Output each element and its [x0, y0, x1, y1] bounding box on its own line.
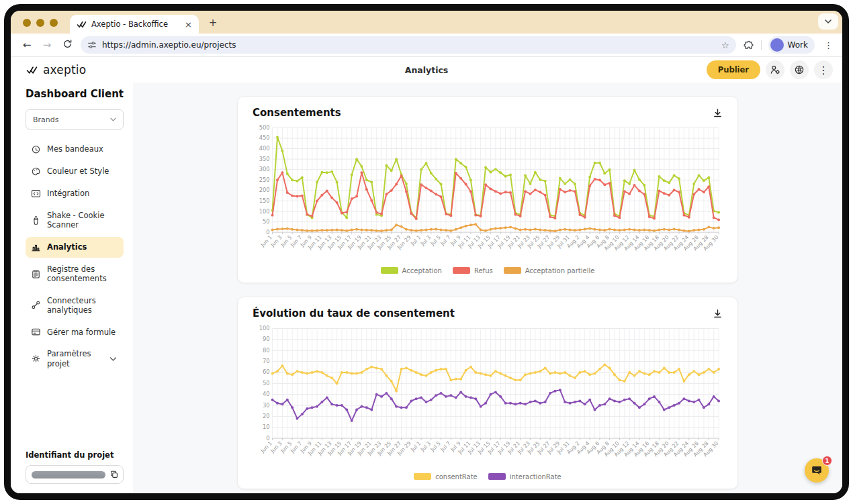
- svg-text:80: 80: [263, 347, 270, 354]
- legend-item[interactable]: interactionRate: [488, 473, 562, 481]
- tab-strip: Axeptio - Backoffice × +: [11, 11, 842, 34]
- svg-text:200: 200: [259, 187, 270, 193]
- address-bar[interactable]: https://admin.axeptio.eu/projects ☆: [81, 36, 736, 54]
- sidebar-item-label: Paramètres projet: [47, 349, 102, 368]
- svg-text:500: 500: [259, 124, 270, 131]
- svg-text:70: 70: [263, 358, 270, 364]
- svg-text:150: 150: [259, 197, 270, 204]
- bar-chart-icon: [31, 242, 41, 252]
- minimize-window-button[interactable]: [36, 19, 44, 27]
- tab-search-button[interactable]: [818, 13, 838, 30]
- clock-icon: [31, 144, 41, 154]
- logo-text: axeptio: [43, 63, 86, 77]
- close-window-button[interactable]: [23, 19, 31, 27]
- app-header: axeptio Analytics Publier ⋮: [11, 57, 842, 83]
- legend-swatch: [453, 267, 470, 274]
- browser-tab[interactable]: Axeptio - Backoffice ×: [70, 15, 199, 34]
- profile-chip[interactable]: Work: [768, 36, 815, 54]
- publish-button[interactable]: Publier: [707, 60, 760, 79]
- project-id-field[interactable]: [26, 465, 124, 484]
- brands-select[interactable]: Brands: [26, 109, 124, 130]
- svg-text:450: 450: [259, 134, 270, 141]
- site-info-icon[interactable]: [87, 40, 97, 50]
- extensions-puzzle-icon[interactable]: [743, 40, 754, 51]
- legend-item[interactable]: Refus: [453, 267, 493, 274]
- svg-text:40: 40: [263, 391, 270, 397]
- copy-icon[interactable]: [109, 470, 119, 479]
- register-icon: [31, 269, 41, 279]
- tab-close-icon[interactable]: ×: [183, 19, 193, 30]
- legend-item[interactable]: Acceptation partielle: [504, 267, 595, 274]
- sidebar-item-parametres-projet[interactable]: Paramètres projet: [26, 344, 124, 374]
- svg-text:50: 50: [263, 218, 270, 225]
- new-tab-button[interactable]: +: [206, 17, 220, 29]
- chat-launcher[interactable]: 1: [805, 458, 829, 483]
- user-gear-icon[interactable]: [766, 60, 784, 79]
- sidebar: Dashboard Client Brands Mes bandeaux Cou…: [11, 83, 133, 493]
- download-icon[interactable]: [713, 309, 723, 319]
- zoom-window-button[interactable]: [50, 19, 58, 27]
- sidebar-item-label: Analytics: [47, 242, 87, 252]
- back-icon[interactable]: ←: [20, 39, 34, 51]
- legend-item[interactable]: Acceptation: [381, 267, 442, 274]
- chevron-down-icon: [108, 357, 118, 361]
- chart-title: Évolution du taux de consentement: [253, 307, 455, 319]
- svg-text:90: 90: [263, 336, 270, 342]
- sidebar-item-label: Mes bandeaux: [47, 144, 103, 154]
- traffic-lights[interactable]: [23, 19, 58, 27]
- double-check-favicon: [77, 20, 87, 29]
- svg-text:50: 50: [263, 380, 270, 387]
- svg-text:0: 0: [266, 229, 269, 236]
- sidebar-item-integration[interactable]: Intégration: [26, 183, 124, 204]
- axeptio-logo[interactable]: axeptio: [26, 63, 86, 77]
- reload-icon[interactable]: [60, 39, 74, 52]
- svg-text:20: 20: [263, 413, 270, 419]
- svg-text:Jul 7: Jul 7: [439, 440, 452, 453]
- sidebar-item-shake-cookie-scanner[interactable]: Shake - Cookie Scanner: [26, 205, 124, 236]
- globe-icon[interactable]: [790, 60, 809, 79]
- sidebar-item-connecteurs-analytiques[interactable]: Connecteurs analytiques: [26, 291, 124, 321]
- palette-icon: [31, 166, 41, 177]
- svg-text:Jul 3: Jul 3: [419, 234, 432, 247]
- sidebar-item-mes-bandeaux[interactable]: Mes bandeaux: [26, 139, 124, 160]
- app-body: Dashboard Client Brands Mes bandeaux Cou…: [11, 83, 842, 493]
- brands-select-value: Brands: [33, 115, 110, 124]
- chat-badge: 1: [822, 456, 832, 466]
- double-check-icon: [26, 65, 39, 75]
- legend-label: Acceptation partielle: [525, 267, 595, 274]
- download-icon[interactable]: [713, 108, 723, 118]
- tab-title: Axeptio - Backoffice: [91, 19, 179, 29]
- sidebar-item-registre-des-consentements[interactable]: Registre des consentements: [26, 259, 124, 289]
- project-id-masked-value: [32, 471, 105, 478]
- svg-text:Jul 5: Jul 5: [429, 440, 442, 453]
- svg-text:100: 100: [259, 325, 270, 332]
- url-text[interactable]: https://admin.axeptio.eu/projects: [102, 40, 716, 50]
- sidebar-item-label: Connecteurs analytiques: [47, 296, 118, 315]
- forward-icon[interactable]: →: [40, 39, 54, 51]
- browser-menu-icon[interactable]: ⋮: [821, 40, 836, 50]
- legend-swatch: [381, 267, 398, 274]
- chart-legend: AcceptationRefusAcceptation partielle: [253, 265, 723, 276]
- svg-text:30: 30: [263, 402, 270, 409]
- browser-window: Axeptio - Backoffice × + ← → https://adm…: [11, 11, 842, 493]
- sidebar-item-gerer-ma-formule[interactable]: Gérer ma formule: [26, 321, 124, 342]
- bookmark-star-icon[interactable]: ☆: [721, 40, 729, 50]
- svg-text:100: 100: [259, 208, 270, 215]
- legend-swatch: [488, 473, 506, 480]
- svg-text:400: 400: [259, 145, 270, 152]
- project-id-label: Identifiant du projet: [26, 450, 124, 460]
- consent-rate-chart-card: Évolution du taux de consentement 010203…: [237, 297, 738, 489]
- sidebar-title: Dashboard Client: [26, 88, 124, 100]
- sidebar-item-analytics[interactable]: Analytics: [26, 237, 124, 258]
- svg-text:250: 250: [259, 177, 270, 183]
- svg-text:0: 0: [266, 435, 269, 442]
- header-menu-icon[interactable]: ⋮: [814, 60, 833, 79]
- sidebar-item-couleur-et-style[interactable]: Couleur et Style: [26, 161, 124, 182]
- consent-rate-line-chart: 0102030405060708090100Jun 1Jun 3Jun 5Jun…: [253, 323, 723, 470]
- chart-legend: consentRateinteractionRate: [253, 471, 723, 482]
- sidebar-item-label: Registre des consentements: [47, 264, 118, 284]
- profile-label: Work: [788, 40, 808, 50]
- sidebar-item-label: Shake - Cookie Scanner: [47, 211, 118, 230]
- plan-card-icon: [31, 327, 41, 337]
- legend-item[interactable]: consentRate: [414, 473, 478, 481]
